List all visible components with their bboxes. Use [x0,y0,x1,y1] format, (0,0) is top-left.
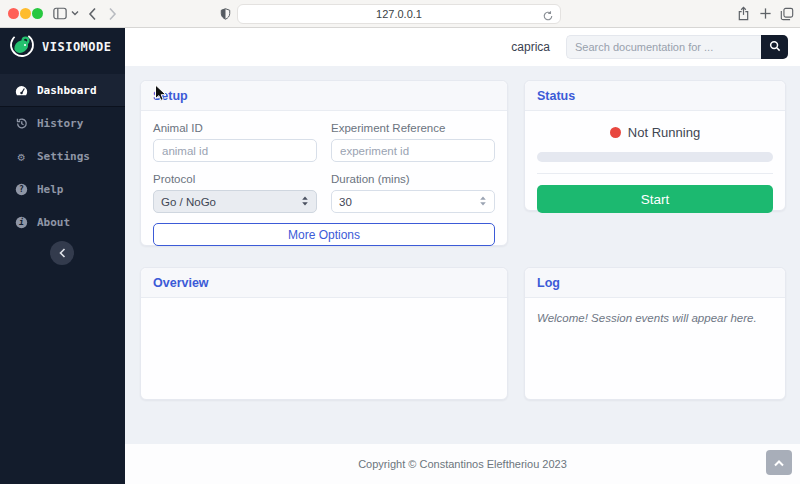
overview-card-header: Overview [141,268,507,298]
privacy-shield-icon[interactable] [219,7,232,21]
sidebar-nav: Dashboard History ⚙ Settings ? Help [0,74,125,239]
experiment-reference-input[interactable] [331,139,495,162]
sidebar-item-label: Help [37,183,64,196]
status-card-header: Status [525,81,785,111]
close-window-button[interactable] [8,8,19,19]
sidebar-item-label: About [37,216,70,229]
log-card: Log Welcome! Session events will appear … [524,267,786,400]
screen: 127.0.0.1 [0,0,800,484]
forward-icon[interactable] [108,7,117,21]
status-title: Status [537,89,575,103]
sidebar-item-about[interactable]: i About [0,206,125,239]
tab-overview-icon[interactable] [780,7,794,21]
sidebar-item-history[interactable]: History [0,107,125,140]
minimize-window-button[interactable] [20,8,31,19]
url-text: 127.0.0.1 [376,8,422,20]
session-state: Not Running [537,125,773,140]
status-state-label: Not Running [628,125,700,140]
footer: Copyright © Constantinos Eleftheriou 202… [125,444,800,484]
protocol-value: Go / NoGo [161,196,216,208]
sidebar-item-label: Settings [37,150,90,163]
search-group [566,35,788,59]
question-circle-icon: ? [14,183,28,196]
protocol-label: Protocol [153,173,317,185]
copyright-text: Copyright © Constantinos Eleftheriou 202… [125,444,800,484]
reload-icon[interactable] [542,8,554,26]
sidebar-item-label: History [37,117,83,130]
session-progress-bar [537,152,773,162]
animal-id-label: Animal ID [153,122,317,134]
sidebar-item-help[interactable]: ? Help [0,173,125,206]
scroll-to-top-button[interactable] [766,450,792,475]
browser-toolbar: 127.0.0.1 [0,0,800,28]
chevron-up-icon [774,455,784,470]
overview-card: Overview [140,267,508,400]
search-input[interactable] [566,35,761,59]
log-title: Log [537,276,560,290]
zoom-window-button[interactable] [32,8,43,19]
main-content: Setup Animal ID Experiment Reference [125,66,800,444]
search-button[interactable] [761,35,788,59]
status-dot-icon [610,127,621,138]
log-welcome-message: Welcome! Session events will appear here… [537,312,757,324]
brand-name: VISIOMODE [42,40,112,54]
svg-text:i: i [19,217,24,227]
sidebar-item-label: Dashboard [37,84,97,97]
visiomode-logo-icon [9,32,35,62]
back-icon[interactable] [88,7,97,21]
select-stepper-icon [301,195,309,209]
animal-id-input[interactable] [153,139,317,162]
setup-card: Setup Animal ID Experiment Reference [140,80,508,246]
duration-input[interactable]: 30 [331,190,495,213]
topbar: caprica [125,28,800,66]
search-icon [769,40,781,55]
protocol-select[interactable]: Go / NoGo [153,190,317,213]
gear-icon: ⚙ [14,150,28,164]
sidebar: VISIOMODE Dashboard History ⚙ [0,28,125,484]
experiment-reference-label: Experiment Reference [331,122,495,134]
sidebar-item-dashboard[interactable]: Dashboard [0,74,125,107]
tachometer-icon [14,85,28,96]
setup-card-header: Setup [141,81,507,111]
new-tab-icon[interactable] [759,7,772,20]
overview-title: Overview [153,276,209,290]
app-window: VISIOMODE Dashboard History ⚙ [0,28,800,484]
info-circle-icon: i [14,216,28,229]
sidebar-collapse-button[interactable] [50,241,74,265]
divider [537,173,773,174]
status-card: Status Not Running Start [524,80,786,211]
sidebar-item-settings[interactable]: ⚙ Settings [0,140,125,173]
address-bar[interactable]: 127.0.0.1 [237,4,561,24]
duration-label: Duration (mins) [331,173,495,185]
svg-text:?: ? [19,184,24,194]
setup-title: Setup [153,89,188,103]
share-icon[interactable] [737,6,750,21]
more-options-button[interactable]: More Options [153,223,495,246]
chevron-down-icon[interactable] [71,10,79,16]
sidebar-toggle-icon[interactable] [53,7,67,20]
hostname-label: caprica [511,40,550,54]
history-icon [14,117,28,130]
duration-value: 30 [339,196,352,208]
logo-row[interactable]: VISIOMODE [0,28,125,66]
log-card-header: Log [525,268,785,298]
start-button[interactable]: Start [537,185,773,213]
number-stepper-icon [479,195,487,209]
